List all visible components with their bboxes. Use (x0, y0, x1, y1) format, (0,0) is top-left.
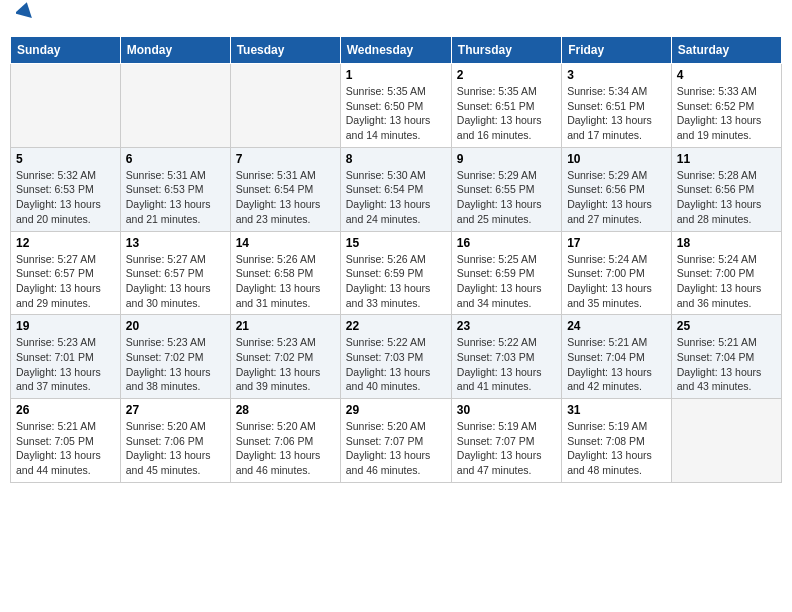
calendar-week-row: 19Sunrise: 5:23 AM Sunset: 7:01 PM Dayli… (11, 315, 782, 399)
day-number: 28 (236, 403, 335, 417)
calendar-week-row: 1Sunrise: 5:35 AM Sunset: 6:50 PM Daylig… (11, 64, 782, 148)
day-info: Sunrise: 5:23 AM Sunset: 7:02 PM Dayligh… (126, 335, 225, 394)
day-number: 21 (236, 319, 335, 333)
calendar-cell (120, 64, 230, 148)
calendar-cell: 2Sunrise: 5:35 AM Sunset: 6:51 PM Daylig… (451, 64, 561, 148)
day-info: Sunrise: 5:26 AM Sunset: 6:58 PM Dayligh… (236, 252, 335, 311)
day-number: 15 (346, 236, 446, 250)
day-info: Sunrise: 5:24 AM Sunset: 7:00 PM Dayligh… (677, 252, 776, 311)
day-info: Sunrise: 5:26 AM Sunset: 6:59 PM Dayligh… (346, 252, 446, 311)
day-number: 12 (16, 236, 115, 250)
day-number: 16 (457, 236, 556, 250)
day-number: 17 (567, 236, 666, 250)
header-friday: Friday (562, 37, 672, 64)
day-number: 29 (346, 403, 446, 417)
day-info: Sunrise: 5:24 AM Sunset: 7:00 PM Dayligh… (567, 252, 666, 311)
calendar-cell: 1Sunrise: 5:35 AM Sunset: 6:50 PM Daylig… (340, 64, 451, 148)
calendar-cell: 18Sunrise: 5:24 AM Sunset: 7:00 PM Dayli… (671, 231, 781, 315)
header-monday: Monday (120, 37, 230, 64)
day-number: 6 (126, 152, 225, 166)
day-info: Sunrise: 5:29 AM Sunset: 6:56 PM Dayligh… (567, 168, 666, 227)
day-number: 3 (567, 68, 666, 82)
day-info: Sunrise: 5:23 AM Sunset: 7:01 PM Dayligh… (16, 335, 115, 394)
day-info: Sunrise: 5:22 AM Sunset: 7:03 PM Dayligh… (346, 335, 446, 394)
day-info: Sunrise: 5:21 AM Sunset: 7:04 PM Dayligh… (677, 335, 776, 394)
day-info: Sunrise: 5:27 AM Sunset: 6:57 PM Dayligh… (16, 252, 115, 311)
calendar-cell: 10Sunrise: 5:29 AM Sunset: 6:56 PM Dayli… (562, 147, 672, 231)
day-number: 4 (677, 68, 776, 82)
logo-icon (16, 2, 34, 24)
day-info: Sunrise: 5:22 AM Sunset: 7:03 PM Dayligh… (457, 335, 556, 394)
day-number: 23 (457, 319, 556, 333)
calendar-cell: 20Sunrise: 5:23 AM Sunset: 7:02 PM Dayli… (120, 315, 230, 399)
day-info: Sunrise: 5:28 AM Sunset: 6:56 PM Dayligh… (677, 168, 776, 227)
day-number: 1 (346, 68, 446, 82)
calendar-cell (11, 64, 121, 148)
day-info: Sunrise: 5:25 AM Sunset: 6:59 PM Dayligh… (457, 252, 556, 311)
day-info: Sunrise: 5:21 AM Sunset: 7:05 PM Dayligh… (16, 419, 115, 478)
calendar-cell: 26Sunrise: 5:21 AM Sunset: 7:05 PM Dayli… (11, 399, 121, 483)
day-info: Sunrise: 5:30 AM Sunset: 6:54 PM Dayligh… (346, 168, 446, 227)
day-info: Sunrise: 5:34 AM Sunset: 6:51 PM Dayligh… (567, 84, 666, 143)
day-info: Sunrise: 5:20 AM Sunset: 7:06 PM Dayligh… (126, 419, 225, 478)
day-number: 26 (16, 403, 115, 417)
day-info: Sunrise: 5:20 AM Sunset: 7:07 PM Dayligh… (346, 419, 446, 478)
calendar-cell: 29Sunrise: 5:20 AM Sunset: 7:07 PM Dayli… (340, 399, 451, 483)
calendar-cell (671, 399, 781, 483)
header-sunday: Sunday (11, 37, 121, 64)
calendar-cell (230, 64, 340, 148)
header-thursday: Thursday (451, 37, 561, 64)
header-saturday: Saturday (671, 37, 781, 64)
calendar-cell: 22Sunrise: 5:22 AM Sunset: 7:03 PM Dayli… (340, 315, 451, 399)
calendar-cell: 7Sunrise: 5:31 AM Sunset: 6:54 PM Daylig… (230, 147, 340, 231)
day-number: 19 (16, 319, 115, 333)
calendar-cell: 25Sunrise: 5:21 AM Sunset: 7:04 PM Dayli… (671, 315, 781, 399)
calendar-table: SundayMondayTuesdayWednesdayThursdayFrid… (10, 36, 782, 483)
page-header (10, 10, 782, 28)
calendar-cell: 5Sunrise: 5:32 AM Sunset: 6:53 PM Daylig… (11, 147, 121, 231)
day-number: 7 (236, 152, 335, 166)
calendar-cell: 13Sunrise: 5:27 AM Sunset: 6:57 PM Dayli… (120, 231, 230, 315)
day-info: Sunrise: 5:19 AM Sunset: 7:08 PM Dayligh… (567, 419, 666, 478)
day-info: Sunrise: 5:21 AM Sunset: 7:04 PM Dayligh… (567, 335, 666, 394)
calendar-cell: 12Sunrise: 5:27 AM Sunset: 6:57 PM Dayli… (11, 231, 121, 315)
calendar-cell: 19Sunrise: 5:23 AM Sunset: 7:01 PM Dayli… (11, 315, 121, 399)
calendar-cell: 27Sunrise: 5:20 AM Sunset: 7:06 PM Dayli… (120, 399, 230, 483)
day-number: 18 (677, 236, 776, 250)
calendar-cell: 30Sunrise: 5:19 AM Sunset: 7:07 PM Dayli… (451, 399, 561, 483)
calendar-cell: 16Sunrise: 5:25 AM Sunset: 6:59 PM Dayli… (451, 231, 561, 315)
calendar-cell: 9Sunrise: 5:29 AM Sunset: 6:55 PM Daylig… (451, 147, 561, 231)
day-number: 11 (677, 152, 776, 166)
day-number: 2 (457, 68, 556, 82)
day-number: 27 (126, 403, 225, 417)
day-info: Sunrise: 5:35 AM Sunset: 6:51 PM Dayligh… (457, 84, 556, 143)
day-info: Sunrise: 5:33 AM Sunset: 6:52 PM Dayligh… (677, 84, 776, 143)
day-number: 5 (16, 152, 115, 166)
day-info: Sunrise: 5:27 AM Sunset: 6:57 PM Dayligh… (126, 252, 225, 311)
calendar-header-row: SundayMondayTuesdayWednesdayThursdayFrid… (11, 37, 782, 64)
day-info: Sunrise: 5:20 AM Sunset: 7:06 PM Dayligh… (236, 419, 335, 478)
svg-marker-0 (16, 2, 34, 18)
calendar-cell: 31Sunrise: 5:19 AM Sunset: 7:08 PM Dayli… (562, 399, 672, 483)
header-wednesday: Wednesday (340, 37, 451, 64)
calendar-cell: 3Sunrise: 5:34 AM Sunset: 6:51 PM Daylig… (562, 64, 672, 148)
day-number: 14 (236, 236, 335, 250)
day-info: Sunrise: 5:23 AM Sunset: 7:02 PM Dayligh… (236, 335, 335, 394)
day-number: 8 (346, 152, 446, 166)
logo (14, 10, 34, 28)
day-number: 31 (567, 403, 666, 417)
day-info: Sunrise: 5:31 AM Sunset: 6:53 PM Dayligh… (126, 168, 225, 227)
day-number: 20 (126, 319, 225, 333)
day-info: Sunrise: 5:19 AM Sunset: 7:07 PM Dayligh… (457, 419, 556, 478)
day-number: 9 (457, 152, 556, 166)
calendar-cell: 15Sunrise: 5:26 AM Sunset: 6:59 PM Dayli… (340, 231, 451, 315)
day-info: Sunrise: 5:29 AM Sunset: 6:55 PM Dayligh… (457, 168, 556, 227)
day-number: 13 (126, 236, 225, 250)
calendar-week-row: 5Sunrise: 5:32 AM Sunset: 6:53 PM Daylig… (11, 147, 782, 231)
calendar-cell: 23Sunrise: 5:22 AM Sunset: 7:03 PM Dayli… (451, 315, 561, 399)
day-info: Sunrise: 5:31 AM Sunset: 6:54 PM Dayligh… (236, 168, 335, 227)
day-info: Sunrise: 5:35 AM Sunset: 6:50 PM Dayligh… (346, 84, 446, 143)
day-number: 24 (567, 319, 666, 333)
day-number: 22 (346, 319, 446, 333)
calendar-cell: 24Sunrise: 5:21 AM Sunset: 7:04 PM Dayli… (562, 315, 672, 399)
